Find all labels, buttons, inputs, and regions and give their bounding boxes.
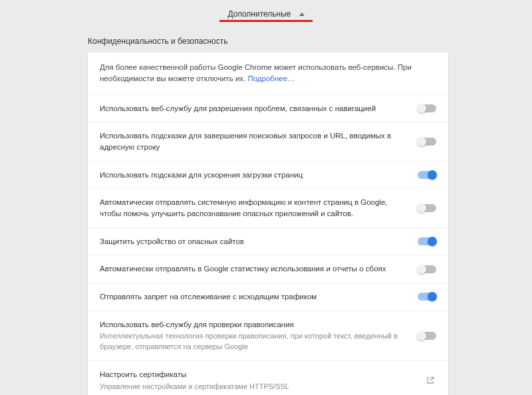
row-title: Защитить устройство от опасных сайтов [100, 236, 407, 247]
row-text: Использовать веб-службу для разрешения п… [100, 103, 418, 114]
settings-row: Использовать веб-службу для разрешения п… [88, 95, 448, 123]
toggle-knob [417, 203, 426, 213]
toggle-switch[interactable] [418, 171, 436, 179]
toggle-switch[interactable] [418, 237, 436, 245]
settings-row: Отправлять запрет на отслеживание с исхо… [88, 283, 448, 311]
section-title: Конфиденциальность и безопасность [0, 25, 532, 53]
advanced-header: Дополнительные [0, 0, 532, 25]
row-title: Использовать подсказки для завершения по… [100, 130, 407, 152]
toggle-switch[interactable] [418, 138, 436, 146]
row-text: Автоматически отправлять в Google статис… [100, 263, 418, 275]
settings-row: Автоматически отправлять в Google статис… [88, 255, 448, 283]
privacy-card: Для более качественной работы Google Chr… [88, 53, 448, 395]
toggle-knob [428, 170, 437, 180]
toggle-knob [417, 265, 426, 274]
row-title: Настроить сертификаты [100, 369, 414, 380]
advanced-label: Дополнительные [228, 9, 291, 19]
toggle-knob [417, 137, 426, 146]
toggle-switch[interactable] [418, 293, 436, 301]
row-title: Использовать веб-службу для разрешения п… [100, 103, 407, 114]
row-title: Автоматически отправлять системную инфор… [100, 197, 407, 219]
highlight-underline [219, 20, 313, 22]
row-title: Использовать веб-службу для проверки пра… [100, 319, 407, 330]
settings-row: Автоматически отправлять системную инфор… [88, 189, 448, 227]
toggle-switch[interactable] [418, 204, 436, 212]
settings-row: Защитить устройство от опасных сайтов [88, 228, 448, 256]
external-link-icon [424, 376, 436, 385]
settings-row: Использовать подсказки для завершения по… [88, 122, 448, 161]
intro-learn-more-link[interactable]: Подробнее… [247, 74, 295, 82]
settings-page: Дополнительные Конфиденциальность и безо… [0, 0, 532, 395]
toggle-knob [428, 292, 437, 301]
row-text: Использовать подсказки для ускорения заг… [100, 170, 418, 181]
caret-up-icon [299, 13, 305, 16]
toggle-switch[interactable] [418, 104, 436, 112]
toggle-switch[interactable] [418, 265, 436, 273]
row-text: Автоматически отправлять системную инфор… [100, 197, 418, 219]
row-title: Автоматически отправлять в Google статис… [100, 263, 407, 275]
row-text: Настроить сертификатыУправление настройк… [100, 369, 424, 392]
toggle-switch[interactable] [418, 332, 436, 340]
advanced-toggle[interactable]: Дополнительные [228, 9, 305, 19]
row-subtitle: Управление настройками и сертификатами H… [100, 382, 414, 392]
toggle-knob [428, 237, 437, 246]
row-title: Отправлять запрет на отслеживание с исхо… [100, 291, 407, 303]
row-text: Использовать подсказки для завершения по… [100, 130, 418, 152]
row-subtitle: Интеллектуальная технология проверки пра… [100, 331, 407, 352]
settings-row: Использовать подсказки для ускорения заг… [88, 162, 448, 190]
toggle-knob [417, 104, 426, 113]
row-text: Отправлять запрет на отслеживание с исхо… [100, 291, 418, 303]
settings-row: Использовать веб-службу для проверки пра… [88, 311, 448, 362]
row-title: Использовать подсказки для ускорения заг… [100, 170, 407, 181]
toggle-knob [417, 331, 426, 340]
row-text: Использовать веб-службу для проверки пра… [100, 319, 418, 353]
row-text: Защитить устройство от опасных сайтов [100, 236, 418, 247]
settings-row[interactable]: Настроить сертификатыУправление настройк… [88, 361, 448, 395]
intro-text: Для более качественной работы Google Chr… [88, 53, 448, 95]
